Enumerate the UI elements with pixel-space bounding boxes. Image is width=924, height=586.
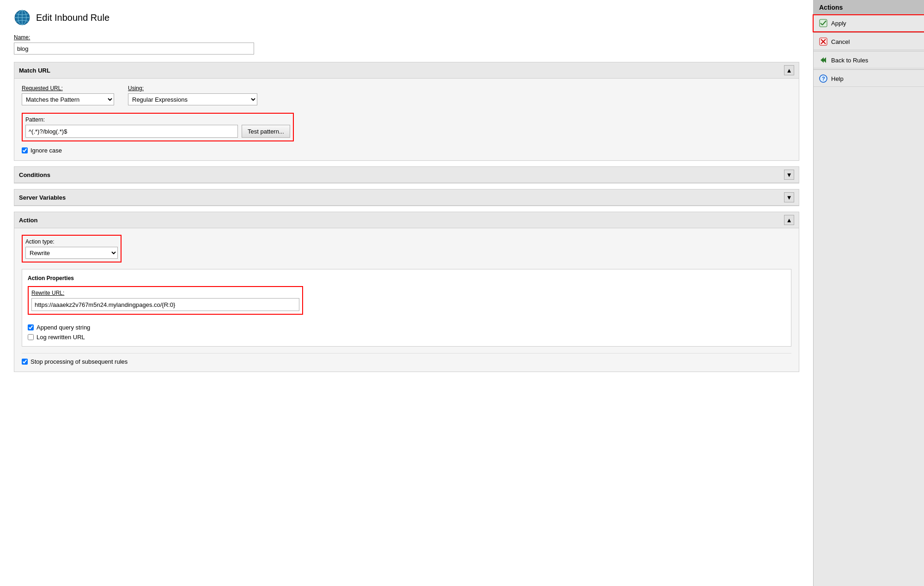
log-rewritten-url-checkbox[interactable] [28,334,34,340]
match-url-section: Match URL ▲ Requested URL: Matches the P… [14,62,799,161]
action-type-select[interactable]: Rewrite Redirect Custom Response Abort R… [25,247,118,259]
action-type-highlight-box: Action type: Rewrite Redirect Custom Res… [22,235,122,262]
action-type-label: Action type: [25,238,118,245]
divider-2 [814,51,924,51]
conditions-title: Conditions [19,171,50,178]
name-input[interactable] [14,43,254,55]
sidebar-item-apply[interactable]: Apply [814,15,924,31]
rewrite-url-input[interactable] [31,298,299,311]
main-content: Edit Inbound Rule Name: Match URL ▲ Requ… [0,0,813,586]
log-rewritten-url-label: Log rewritten URL [36,334,85,341]
sidebar-item-cancel[interactable]: Cancel [814,34,924,50]
pattern-highlight-box: Pattern: Test pattern... [22,113,294,141]
sidebar-header: Actions [814,0,924,15]
page-title: Edit Inbound Rule [36,12,109,23]
server-variables-title: Server Variables [19,194,66,201]
cancel-icon [819,37,827,46]
test-pattern-button[interactable]: Test pattern... [242,125,290,138]
append-query-string-label: Append query string [36,324,90,331]
using-select[interactable]: Regular Expressions Wildcards Exact Matc… [128,93,257,105]
using-group: Using: Regular Expressions Wildcards Exa… [128,85,257,105]
action-collapse-btn[interactable]: ▲ [784,215,794,225]
stop-processing-row: Stop processing of subsequent rules [22,353,791,365]
action-header[interactable]: Action ▲ [14,212,799,228]
apply-icon [819,19,827,27]
rewrite-url-label: Rewrite URL: [31,290,299,296]
match-url-body: Requested URL: Matches the Pattern Does … [14,79,799,160]
match-url-row: Requested URL: Matches the Pattern Does … [22,85,791,105]
append-query-string-checkbox[interactable] [28,324,34,330]
stop-processing-checkbox[interactable] [22,359,28,365]
action-properties-panel: Action Properties Rewrite URL: Append qu… [22,269,791,347]
help-icon: ? [819,74,827,83]
cancel-label: Cancel [831,38,850,45]
sidebar-item-back-to-rules[interactable]: Back to Rules [814,52,924,68]
match-url-title: Match URL [19,67,50,74]
pattern-label: Pattern: [25,116,290,123]
help-label: Help [831,75,844,82]
action-title: Action [19,217,37,224]
divider-1 [814,32,924,33]
stop-processing-label: Stop processing of subsequent rules [30,358,128,365]
sidebar: Actions Apply Cancel [813,0,924,586]
back-icon [819,56,827,64]
conditions-collapse-btn[interactable]: ▼ [784,170,794,180]
back-to-rules-label: Back to Rules [831,57,868,64]
rewrite-url-highlight-box: Rewrite URL: [28,286,303,315]
action-section: Action ▲ Action type: Rewrite Redirect C… [14,212,799,372]
server-variables-collapse-btn[interactable]: ▼ [784,192,794,202]
sidebar-item-help[interactable]: ? Help [814,71,924,87]
log-rewritten-url-row: Log rewritten URL [28,334,785,341]
server-variables-section: Server Variables ▼ [14,189,799,206]
name-label: Name: [14,34,799,41]
requested-url-group: Requested URL: Matches the Pattern Does … [22,85,114,105]
server-variables-header[interactable]: Server Variables ▼ [14,189,799,206]
conditions-section: Conditions ▼ [14,166,799,183]
globe-icon [14,9,30,26]
apply-label: Apply [831,20,846,27]
action-properties-title: Action Properties [28,275,785,281]
action-body: Action type: Rewrite Redirect Custom Res… [14,228,799,372]
ignore-case-label: Ignore case [30,147,62,154]
page-header: Edit Inbound Rule [14,9,799,26]
using-label: Using: [128,85,257,92]
pattern-section: Pattern: Test pattern... Ignore case [22,113,791,154]
ignore-case-row: Ignore case [22,147,791,154]
append-query-string-row: Append query string [28,324,785,331]
ignore-case-checkbox[interactable] [22,147,28,153]
pattern-input-row: Test pattern... [25,125,290,138]
svg-text:?: ? [822,76,825,81]
match-url-collapse-btn[interactable]: ▲ [784,65,794,75]
match-url-header[interactable]: Match URL ▲ [14,62,799,79]
divider-3 [814,69,924,70]
requested-url-label: Requested URL: [22,85,114,92]
conditions-header[interactable]: Conditions ▼ [14,167,799,183]
requested-url-select[interactable]: Matches the Pattern Does Not Match the P… [22,93,114,105]
name-field-group: Name: [14,34,799,62]
pattern-input[interactable] [25,125,238,138]
